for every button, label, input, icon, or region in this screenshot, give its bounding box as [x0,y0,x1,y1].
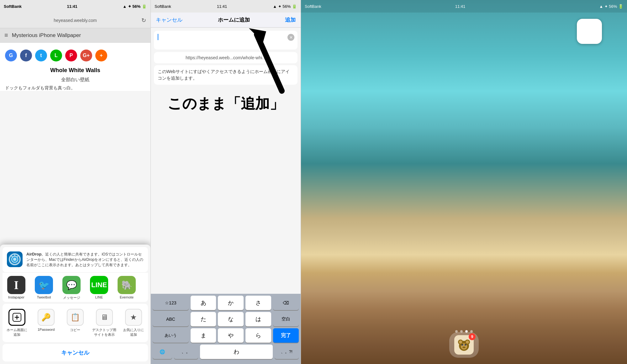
svg-line-4 [11,256,13,257]
menu-icon[interactable]: ≡ [4,32,8,39]
browser-nav-bar: heyeased.weebly.com ↻ [0,13,150,28]
key-ta[interactable]: た [191,312,216,326]
1password-icon: 🔑 [38,309,55,326]
panel2-add-to-home: SoftBank 11:41 ▲ ✦ 56% 🔋 キャンセル ホームに追加 追加… [150,0,301,364]
svg-point-19 [462,345,463,346]
app-instapaper[interactable]: I Instapaper [3,276,30,300]
key-ha[interactable]: は [245,312,271,326]
pinterest-share-btn[interactable]: P [65,50,77,61]
key-backspace[interactable]: ⌫ [273,296,299,310]
desktop-icon: 🖥 [96,309,113,326]
instapaper-icon: I [7,276,25,294]
action-homescreen[interactable]: ホーム画面に追加 [3,306,32,340]
svg-point-20 [466,345,466,346]
line-label: LINE [95,295,103,299]
twitter-share-btn[interactable]: t [35,50,47,61]
svg-point-14 [466,340,469,344]
key-ma[interactable]: ま [191,328,216,343]
wallpaper-background [301,0,627,364]
copy-label: コピー [70,328,80,332]
taskuma-notification-badge: 9 [469,333,476,340]
key-space-ja[interactable]: 空白 [273,312,299,326]
app-line[interactable]: LINE LINE [85,276,113,300]
cancel-button[interactable]: キャンセル [8,349,143,356]
battery-icons: ▲ ✦ 56% 🔋 [123,4,147,9]
google-share-btn[interactable]: G [5,50,17,61]
text-cursor [158,34,158,40]
page-content: G f t L P G+ + Whole White Walls 全部白い壁紙 … [0,43,150,91]
svg-point-16 [461,344,463,346]
tweetbot-label: Tweetbot [37,295,51,299]
key-globe[interactable]: 🌐 [153,345,172,359]
key-abc[interactable]: ABC [153,312,189,326]
key-punctuation[interactable]: 、。 [174,345,198,359]
action-desktop[interactable]: 🖥 デスクトップ用サイトを表示 [90,306,119,340]
key-ka[interactable]: か [218,296,244,310]
evernote-label: Evernote [120,295,134,299]
key-symbols[interactable]: ☆123 [153,296,189,310]
key-done[interactable]: 完了 [273,328,299,343]
homescreen-label: ホーム画面に追加 [7,328,27,337]
p2-battery: ▲ ✦ 56% 🔋 [273,4,297,9]
p3-time: 11:41 [455,4,466,9]
favorite-icon: ★ [125,309,142,326]
p2-add-button[interactable]: 追加 [285,16,296,24]
1password-label: 1Password [38,328,55,331]
page-title: Mysterious iPhone Wallpaper [12,32,81,39]
url-bar[interactable]: heyeased.weebly.com [54,18,97,23]
svg-point-18 [462,346,466,348]
line-share-btn[interactable]: L [50,50,62,61]
airdrop-icon [7,251,23,267]
tweetbot-icon: 🐦 [35,276,53,294]
app-evernote[interactable]: 🐘 Evernote [113,276,140,300]
p3-battery: ▲ ✦ 56% 🔋 [599,4,623,9]
googleplus-share-btn[interactable]: G+ [80,50,92,61]
favorite-label: お気に入りに追加 [123,328,144,337]
key-wa[interactable]: わ [200,345,273,359]
p3-carrier: SoftBank [305,4,321,9]
airdrop-description: AirDrop。近くの人と簡単に共有できます。iOSではコントロールセンターから… [26,251,144,268]
refresh-icon[interactable]: ↻ [141,17,146,24]
action-1password[interactable]: 🔑 1Password [32,306,61,340]
japanese-keyboard[interactable]: ☆123 あ か さ ⌫ ABC た な は 空白 あいう ま や ら 完了 🌐… [151,294,301,364]
panel1-browser: SoftBank 11:41 ▲ ✦ 56% 🔋 heyeased.weebly… [0,0,150,364]
key-a[interactable]: あ [191,296,216,310]
messages-icon: 💬 [62,276,81,294]
key-sa[interactable]: さ [245,296,271,310]
taskuma-dock-icon[interactable]: 9 [454,335,474,355]
line-icon: LINE [90,276,108,294]
messages-label: メッセージ [63,295,80,300]
instapaper-label: Instapaper [8,295,24,299]
article-description: ドックもフォルダも背景も真っ白。 [5,85,145,91]
app-row: I Instapaper 🐦 Tweetbot 💬 メッセージ LINE LIN… [3,273,148,302]
key-na[interactable]: な [218,312,244,326]
action-copy[interactable]: 📋 コピー [61,306,90,340]
p2-time: 11:41 [217,4,227,9]
app-tweetbot[interactable]: 🐦 Tweetbot [30,276,58,300]
svg-point-17 [465,344,466,346]
panel2-status-bar: SoftBank 11:41 ▲ ✦ 56% 🔋 [151,0,301,13]
action-favorite[interactable]: ★ お気に入りに追加 [119,306,148,340]
p2-cancel-button[interactable]: キャンセル [156,16,182,24]
key-ra[interactable]: ら [245,328,271,343]
copy-icon: 📋 [67,309,84,326]
svg-point-1 [13,258,16,261]
key-special[interactable]: 、。?! [275,345,299,359]
svg-point-13 [459,340,462,344]
more-share-btn[interactable]: + [95,50,107,61]
key-aiueo[interactable]: あいう [153,328,189,343]
p2-carrier: SoftBank [155,4,171,9]
white-app-icon[interactable] [577,19,602,44]
key-ya[interactable]: や [218,328,244,343]
annotation-text: このまま「追加」 [154,94,298,113]
keyboard-row-2: ABC た な は 空白 [151,310,301,326]
facebook-share-btn[interactable]: f [20,50,32,61]
evernote-icon: 🐘 [118,276,136,294]
action-row: ホーム画面に追加 🔑 1Password 📋 コピー 🖥 デスクトップ用サイトを… [3,304,148,342]
p2-nav-title: ホームに追加 [218,16,250,24]
time-label: 11:41 [67,4,77,9]
share-buttons: G f t L P G+ + [5,50,145,61]
share-sheet: AirDrop。近くの人と簡単に共有できます。iOSではコントロールセンターから… [0,245,150,364]
app-messages[interactable]: 💬 メッセージ [58,276,85,300]
dock: 9 [449,332,479,358]
